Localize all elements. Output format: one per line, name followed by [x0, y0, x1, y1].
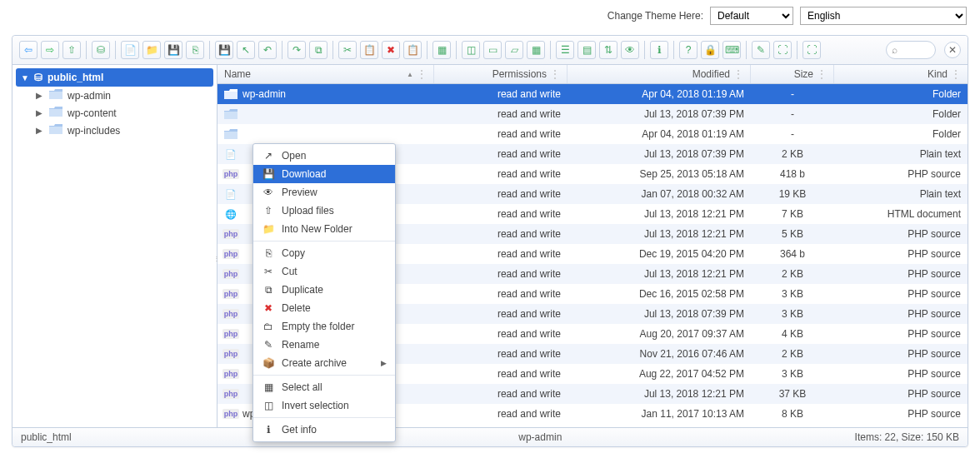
help-button[interactable]: ? [679, 41, 698, 59]
txt-icon: 📄 [224, 188, 238, 200]
chmod-button[interactable]: 🔒 [701, 41, 719, 59]
up-button[interactable]: ⇧ [62, 41, 81, 59]
ctx-icon: ⎘ [262, 247, 275, 259]
fullscreen-button[interactable]: ⛶ [773, 41, 792, 59]
paste-button[interactable]: 📋 [360, 41, 378, 59]
tree-root[interactable]: ▼ ⛁ public_html [16, 68, 213, 87]
file-kind: HTML document [834, 206, 968, 222]
editor-button[interactable]: ✎ [752, 41, 770, 59]
file-modified: Apr 04, 2018 01:19 AM [568, 86, 751, 102]
ctx-label: Copy [282, 247, 305, 259]
tree-item[interactable]: ▶wp-includes [31, 122, 217, 139]
tree-item[interactable]: ▶wp-content [31, 104, 217, 122]
ctx-duplicate[interactable]: ⧉Duplicate [253, 281, 395, 299]
theme-select[interactable]: Default [710, 7, 793, 25]
ctx-upload-files[interactable]: ⇧Upload files [253, 202, 395, 220]
clipboard-button[interactable]: 📋 [403, 41, 422, 59]
ctx-icon: ✂ [262, 266, 275, 277]
folder-icon [224, 108, 238, 120]
duplicate-tb-button[interactable]: ⧉ [309, 41, 328, 59]
ctx-icon: ⇧ [262, 205, 275, 217]
ctx-icon: 👁 [262, 187, 275, 198]
ctx-cut[interactable]: ✂Cut [253, 262, 395, 281]
ctx-invert-selection[interactable]: ◫Invert selection [253, 396, 395, 415]
php-icon: php [224, 268, 238, 280]
ctx-select-all[interactable]: ▦Select all [253, 378, 395, 396]
deselect2-button[interactable]: ▱ [505, 41, 523, 59]
ctx-empty-the-folder[interactable]: 🗀Empty the folder [253, 317, 395, 336]
new-file-button[interactable]: 📄 [121, 41, 139, 59]
cut-tb-button[interactable]: ✂ [338, 41, 357, 59]
file-perm: read and write [434, 106, 568, 122]
file-kind: PHP source [834, 266, 968, 282]
file-perm: read and write [434, 366, 568, 382]
php-icon: php [224, 288, 238, 300]
ctx-icon: ✎ [262, 339, 275, 351]
close-button[interactable]: ✕ [944, 42, 961, 58]
file-modified: Apr 04, 2018 01:19 AM [568, 126, 751, 142]
file-size: 2 KB [751, 346, 834, 362]
ctx-create-archive[interactable]: 📦Create archive▶ [253, 354, 395, 372]
ctx-into-new-folder[interactable]: 📁Into New Folder [253, 220, 395, 238]
ctx-label: Create archive [282, 357, 347, 369]
ctx-icon: 📦 [262, 357, 275, 369]
view-icons-button[interactable]: ▦ [527, 41, 545, 59]
copy-btn-button[interactable]: ⎘ [186, 41, 204, 59]
save-button[interactable]: 💾 [164, 41, 182, 59]
ctx-download[interactable]: 💾Download [253, 165, 395, 183]
folder-icon [224, 88, 238, 100]
file-modified: Jul 13, 2018 07:39 PM [568, 306, 751, 322]
keyboard-button[interactable]: ⌨ [722, 41, 741, 59]
redo-button[interactable]: ↷ [288, 41, 306, 59]
file-size: 3 KB [751, 306, 834, 322]
column-name[interactable]: Name▲⋮ [218, 65, 434, 83]
tree-item[interactable]: ▶wp-admin [31, 87, 217, 104]
ctx-label: Preview [282, 187, 318, 198]
file-kind: PHP source [834, 406, 968, 422]
cursor-button[interactable]: ↖ [237, 41, 255, 59]
column-kind[interactable]: Kind⋮ [834, 65, 968, 83]
column-modified[interactable]: Modified⋮ [568, 65, 751, 83]
folder-icon [49, 124, 62, 137]
search-box[interactable]: ⌕ [886, 41, 936, 59]
ctx-label: Empty the folder [282, 321, 354, 332]
file-row[interactable]: read and writeApr 04, 2018 01:19 AM-Fold… [218, 124, 968, 144]
file-modified: Aug 22, 2017 04:52 PM [568, 366, 751, 382]
new-folder-button[interactable]: 📁 [142, 41, 161, 59]
select-rect-button[interactable]: ◫ [462, 41, 480, 59]
selectall-button[interactable]: ▦ [432, 41, 451, 59]
chevron-right-icon: ▶ [381, 359, 387, 367]
save-disk-button[interactable]: 💾 [215, 41, 233, 59]
file-modified: Jul 13, 2018 12:21 PM [568, 386, 751, 402]
column-permissions[interactable]: Permissions⋮ [434, 65, 568, 83]
delete-tb-button[interactable]: ✖ [382, 41, 400, 59]
ctx-icon: ↗ [262, 150, 275, 162]
ctx-copy[interactable]: ⎘Copy [253, 244, 395, 262]
forward-button[interactable]: ⇨ [41, 41, 59, 59]
view-col-button[interactable]: ▤ [578, 41, 596, 59]
file-row[interactable]: read and writeJul 13, 2018 07:39 PM-Fold… [218, 104, 968, 124]
preview-tb-button[interactable]: 👁 [621, 41, 639, 59]
ctx-rename[interactable]: ✎Rename [253, 336, 395, 354]
file-row[interactable]: wp-adminread and writeApr 04, 2018 01:19… [218, 84, 968, 104]
file-size: 3 KB [751, 286, 834, 302]
view-list-button[interactable]: ☰ [556, 41, 574, 59]
ctx-open[interactable]: ↗Open [253, 147, 395, 165]
sort-button[interactable]: ⇅ [599, 41, 618, 59]
php-icon: php [224, 328, 238, 340]
back-button[interactable]: ⇦ [19, 41, 38, 59]
undo-button[interactable]: ↶ [258, 41, 277, 59]
ctx-get-info[interactable]: ℹGet info [253, 421, 395, 439]
column-size[interactable]: Size⋮ [751, 65, 834, 83]
file-kind: Folder [834, 126, 968, 142]
file-kind: Folder [834, 86, 968, 102]
mount-button[interactable]: ⛁ [92, 41, 110, 59]
ctx-delete[interactable]: ✖Delete [253, 299, 395, 317]
ctx-label: Duplicate [282, 284, 323, 296]
fullscreen-exit-button[interactable]: ⛶ [802, 41, 821, 59]
file-kind: PHP source [834, 246, 968, 262]
ctx-preview[interactable]: 👁Preview [253, 183, 395, 202]
language-select[interactable]: English [800, 7, 967, 25]
info-button[interactable]: ℹ [650, 41, 668, 59]
deselect-button[interactable]: ▭ [483, 41, 502, 59]
